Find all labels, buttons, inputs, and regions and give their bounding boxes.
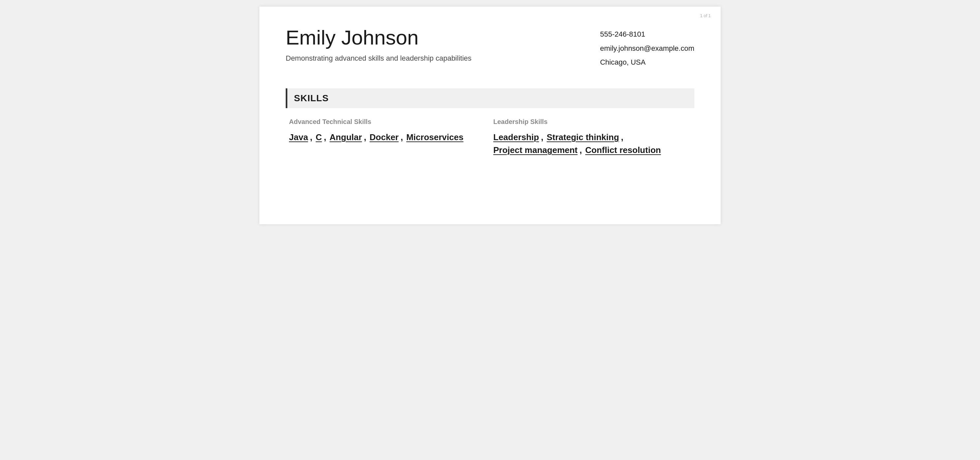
- skill-microservices: Microservices: [406, 132, 465, 142]
- skill-docker: Docker: [370, 132, 401, 142]
- skills-section-header: SKILLS: [286, 88, 694, 108]
- skills-section-title: SKILLS: [294, 93, 329, 103]
- skill-project-management: Project management: [493, 145, 580, 155]
- contact-email: emily.johnson@example.com: [600, 44, 694, 53]
- skill-leadership: Leadership: [493, 132, 541, 142]
- skill-conflict-resolution: Conflict resolution: [585, 145, 663, 155]
- skill-c: C: [316, 132, 324, 142]
- skill-strategic-thinking: Strategic thinking: [547, 132, 621, 142]
- technical-skills-column: Advanced Technical Skills Java, C, Angul…: [286, 118, 490, 155]
- header-section: Emily Johnson Demonstrating advanced ski…: [286, 26, 694, 72]
- leadership-skills-title: Leadership Skills: [493, 118, 691, 126]
- skill-java: Java: [289, 132, 310, 142]
- technical-skills-title: Advanced Technical Skills: [289, 118, 487, 126]
- candidate-tagline: Demonstrating advanced skills and leader…: [286, 54, 600, 63]
- leadership-skills-list: Leadership, Strategic thinking, Project …: [493, 132, 691, 155]
- resume-page: 1 of 1 Emily Johnson Demonstrating advan…: [259, 6, 721, 224]
- candidate-name: Emily Johnson: [286, 26, 600, 49]
- leadership-skills-column: Leadership Skills Leadership, Strategic …: [490, 118, 694, 155]
- contact-location: Chicago, USA: [600, 58, 694, 67]
- contact-phone: 555-246-8101: [600, 30, 694, 39]
- technical-skills-list: Java, C, Angular, Docker, Microservices: [289, 132, 487, 142]
- skills-section: Advanced Technical Skills Java, C, Angul…: [286, 118, 694, 155]
- skill-angular: Angular: [329, 132, 364, 142]
- page-number: 1 of 1: [700, 13, 711, 18]
- header-right: 555-246-8101 emily.johnson@example.com C…: [600, 26, 694, 72]
- header-left: Emily Johnson Demonstrating advanced ski…: [286, 26, 600, 63]
